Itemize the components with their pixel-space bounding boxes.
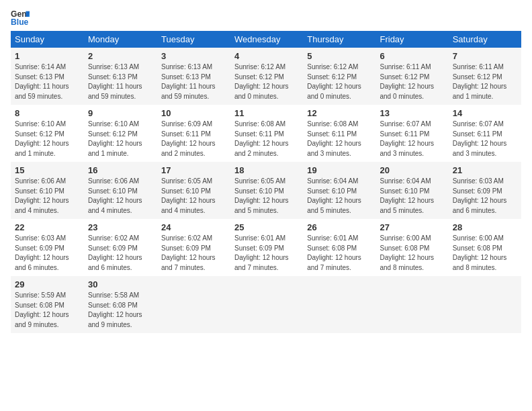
day-info: Sunrise: 6:03 AMSunset: 6:09 PMDaylight:… bbox=[15, 234, 80, 273]
day-cell bbox=[230, 276, 303, 333]
day-info: Sunrise: 6:03 AMSunset: 6:09 PMDaylight:… bbox=[453, 177, 517, 216]
day-number: 22 bbox=[15, 222, 80, 232]
day-cell: 5 Sunrise: 6:12 AMSunset: 6:12 PMDayligh… bbox=[303, 48, 375, 105]
day-cell: 22 Sunrise: 6:03 AMSunset: 6:09 PMDaylig… bbox=[11, 219, 84, 276]
page: General Blue SundayMondayTuesdayWednesda… bbox=[0, 0, 532, 341]
day-number: 1 bbox=[15, 51, 80, 61]
day-cell bbox=[157, 276, 230, 333]
week-row-1: 1 Sunrise: 6:14 AMSunset: 6:13 PMDayligh… bbox=[11, 48, 521, 105]
day-cell: 15 Sunrise: 6:06 AMSunset: 6:10 PMDaylig… bbox=[11, 162, 84, 219]
day-cell: 10 Sunrise: 6:09 AMSunset: 6:11 PMDaylig… bbox=[157, 105, 230, 162]
day-cell: 3 Sunrise: 6:13 AMSunset: 6:13 PMDayligh… bbox=[157, 48, 230, 105]
day-cell: 19 Sunrise: 6:04 AMSunset: 6:10 PMDaylig… bbox=[303, 162, 375, 219]
day-number: 24 bbox=[161, 222, 226, 232]
header-row: SundayMondayTuesdayWednesdayThursdayFrid… bbox=[11, 31, 521, 48]
day-number: 9 bbox=[88, 108, 153, 118]
col-header-sunday: Sunday bbox=[11, 31, 84, 48]
day-cell: 11 Sunrise: 6:08 AMSunset: 6:11 PMDaylig… bbox=[230, 105, 303, 162]
day-cell: 24 Sunrise: 6:02 AMSunset: 6:09 PMDaylig… bbox=[157, 219, 230, 276]
day-number: 17 bbox=[161, 165, 226, 175]
day-info: Sunrise: 6:05 AMSunset: 6:10 PMDaylight:… bbox=[234, 177, 299, 216]
day-info: Sunrise: 6:00 AMSunset: 6:08 PMDaylight:… bbox=[380, 234, 444, 273]
col-header-wednesday: Wednesday bbox=[230, 31, 303, 48]
col-header-tuesday: Tuesday bbox=[157, 31, 230, 48]
day-number: 2 bbox=[88, 51, 153, 61]
day-number: 26 bbox=[307, 222, 371, 232]
calendar-table: SundayMondayTuesdayWednesdayThursdayFrid… bbox=[11, 31, 521, 333]
day-info: Sunrise: 6:02 AMSunset: 6:09 PMDaylight:… bbox=[161, 234, 226, 273]
day-info: Sunrise: 6:07 AMSunset: 6:11 PMDaylight:… bbox=[380, 120, 444, 158]
day-cell: 1 Sunrise: 6:14 AMSunset: 6:13 PMDayligh… bbox=[11, 48, 84, 105]
day-info: Sunrise: 6:05 AMSunset: 6:10 PMDaylight:… bbox=[161, 177, 226, 216]
day-cell bbox=[375, 276, 448, 333]
day-info: Sunrise: 6:01 AMSunset: 6:08 PMDaylight:… bbox=[307, 234, 371, 273]
header: General Blue bbox=[11, 8, 521, 27]
day-info: Sunrise: 6:06 AMSunset: 6:10 PMDaylight:… bbox=[15, 177, 80, 216]
day-number: 5 bbox=[307, 51, 371, 61]
day-number: 12 bbox=[307, 108, 371, 118]
day-info: Sunrise: 6:04 AMSunset: 6:10 PMDaylight:… bbox=[380, 177, 444, 216]
col-header-saturday: Saturday bbox=[449, 31, 521, 48]
day-number: 14 bbox=[453, 108, 517, 118]
day-info: Sunrise: 6:12 AMSunset: 6:12 PMDaylight:… bbox=[307, 62, 371, 101]
day-number: 6 bbox=[380, 51, 444, 61]
day-cell: 27 Sunrise: 6:00 AMSunset: 6:08 PMDaylig… bbox=[375, 219, 448, 276]
day-cell: 8 Sunrise: 6:10 AMSunset: 6:12 PMDayligh… bbox=[11, 105, 84, 162]
week-row-5: 29 Sunrise: 5:59 AMSunset: 6:08 PMDaylig… bbox=[11, 276, 521, 333]
day-cell: 2 Sunrise: 6:13 AMSunset: 6:13 PMDayligh… bbox=[84, 48, 157, 105]
day-number: 11 bbox=[234, 108, 299, 118]
day-info: Sunrise: 6:13 AMSunset: 6:13 PMDaylight:… bbox=[88, 62, 153, 101]
day-info: Sunrise: 6:06 AMSunset: 6:10 PMDaylight:… bbox=[88, 177, 153, 216]
day-cell: 23 Sunrise: 6:02 AMSunset: 6:09 PMDaylig… bbox=[84, 219, 157, 276]
day-info: Sunrise: 6:13 AMSunset: 6:13 PMDaylight:… bbox=[161, 62, 226, 101]
day-cell: 9 Sunrise: 6:10 AMSunset: 6:12 PMDayligh… bbox=[84, 105, 157, 162]
day-info: Sunrise: 6:10 AMSunset: 6:12 PMDaylight:… bbox=[15, 120, 80, 158]
day-info: Sunrise: 6:11 AMSunset: 6:12 PMDaylight:… bbox=[380, 62, 444, 101]
day-cell bbox=[449, 276, 521, 333]
day-cell: 13 Sunrise: 6:07 AMSunset: 6:11 PMDaylig… bbox=[375, 105, 448, 162]
day-info: Sunrise: 6:14 AMSunset: 6:13 PMDaylight:… bbox=[15, 62, 80, 101]
day-number: 21 bbox=[453, 165, 517, 175]
day-info: Sunrise: 6:08 AMSunset: 6:11 PMDaylight:… bbox=[234, 120, 299, 158]
col-header-friday: Friday bbox=[375, 31, 448, 48]
day-number: 30 bbox=[88, 279, 153, 289]
day-cell: 25 Sunrise: 6:01 AMSunset: 6:09 PMDaylig… bbox=[230, 219, 303, 276]
day-number: 4 bbox=[234, 51, 299, 61]
day-number: 7 bbox=[453, 51, 517, 61]
day-info: Sunrise: 6:12 AMSunset: 6:12 PMDaylight:… bbox=[234, 62, 299, 101]
svg-text:Blue: Blue bbox=[11, 17, 29, 27]
day-info: Sunrise: 6:01 AMSunset: 6:09 PMDaylight:… bbox=[234, 234, 299, 273]
day-number: 18 bbox=[234, 165, 299, 175]
day-number: 28 bbox=[453, 222, 517, 232]
day-info: Sunrise: 5:59 AMSunset: 6:08 PMDaylight:… bbox=[15, 291, 80, 330]
day-number: 23 bbox=[88, 222, 153, 232]
day-cell bbox=[303, 276, 375, 333]
day-number: 13 bbox=[380, 108, 444, 118]
day-info: Sunrise: 6:11 AMSunset: 6:12 PMDaylight:… bbox=[453, 62, 517, 101]
day-cell: 20 Sunrise: 6:04 AMSunset: 6:10 PMDaylig… bbox=[375, 162, 448, 219]
day-cell: 4 Sunrise: 6:12 AMSunset: 6:12 PMDayligh… bbox=[230, 48, 303, 105]
day-number: 20 bbox=[380, 165, 444, 175]
day-cell: 18 Sunrise: 6:05 AMSunset: 6:10 PMDaylig… bbox=[230, 162, 303, 219]
day-cell: 29 Sunrise: 5:59 AMSunset: 6:08 PMDaylig… bbox=[11, 276, 84, 333]
day-number: 10 bbox=[161, 108, 226, 118]
day-info: Sunrise: 5:58 AMSunset: 6:08 PMDaylight:… bbox=[88, 291, 153, 330]
day-cell: 6 Sunrise: 6:11 AMSunset: 6:12 PMDayligh… bbox=[375, 48, 448, 105]
day-number: 3 bbox=[161, 51, 226, 61]
day-number: 29 bbox=[15, 279, 80, 289]
day-info: Sunrise: 6:00 AMSunset: 6:08 PMDaylight:… bbox=[453, 234, 517, 273]
day-cell: 17 Sunrise: 6:05 AMSunset: 6:10 PMDaylig… bbox=[157, 162, 230, 219]
day-info: Sunrise: 6:04 AMSunset: 6:10 PMDaylight:… bbox=[307, 177, 371, 216]
day-number: 27 bbox=[380, 222, 444, 232]
day-info: Sunrise: 6:08 AMSunset: 6:11 PMDaylight:… bbox=[307, 120, 371, 158]
day-info: Sunrise: 6:09 AMSunset: 6:11 PMDaylight:… bbox=[161, 120, 226, 158]
day-cell: 30 Sunrise: 5:58 AMSunset: 6:08 PMDaylig… bbox=[84, 276, 157, 333]
week-row-4: 22 Sunrise: 6:03 AMSunset: 6:09 PMDaylig… bbox=[11, 219, 521, 276]
day-info: Sunrise: 6:10 AMSunset: 6:12 PMDaylight:… bbox=[88, 120, 153, 158]
logo: General Blue bbox=[11, 8, 30, 27]
logo-icon: General Blue bbox=[11, 8, 30, 27]
col-header-thursday: Thursday bbox=[303, 31, 375, 48]
day-number: 25 bbox=[234, 222, 299, 232]
day-number: 8 bbox=[15, 108, 80, 118]
day-cell: 7 Sunrise: 6:11 AMSunset: 6:12 PMDayligh… bbox=[449, 48, 521, 105]
